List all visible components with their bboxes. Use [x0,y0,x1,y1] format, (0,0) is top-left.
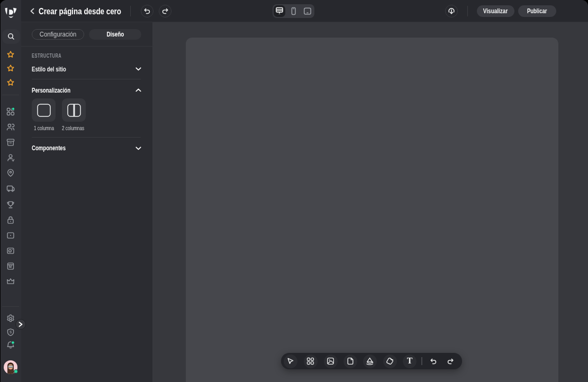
svg-text:$: $ [10,330,12,334]
